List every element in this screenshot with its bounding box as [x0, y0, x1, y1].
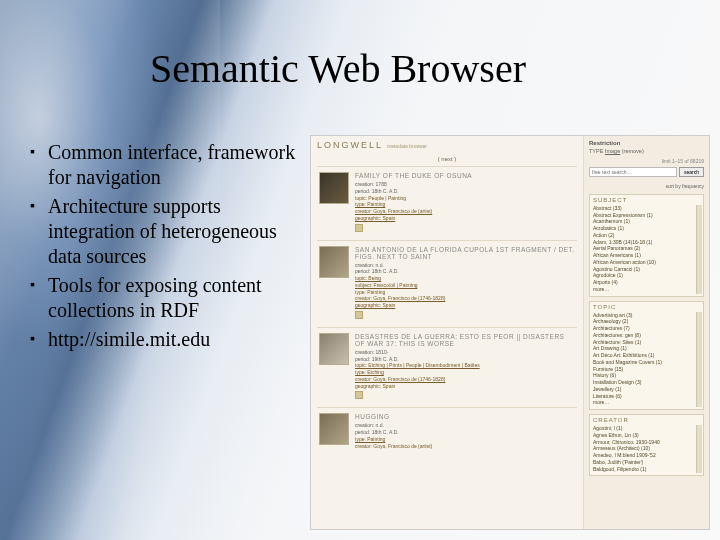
facet-item[interactable]: Adam, 1:30B (14)16-18 (1)	[593, 239, 700, 246]
record-title[interactable]: SAN ANTONIO DE LA FLORIDA CUPOLA 1ST FRA…	[355, 246, 575, 260]
facet-item[interactable]: Babo, Judith ('Painter')	[593, 459, 700, 466]
record-field: type: Painting	[355, 289, 575, 296]
thumbnail-image[interactable]	[319, 246, 349, 278]
record-field: type: Painting	[355, 436, 575, 443]
facet-item[interactable]: Action (2)	[593, 232, 700, 239]
type-value[interactable]: Image	[605, 148, 620, 154]
result-record: HUGGING creation: n.d. period: 18th C. A…	[317, 407, 577, 456]
facet-heading: TOPIC	[593, 304, 700, 310]
result-record: FAMILY OF THE DUKE OF OSUNA creation: 17…	[317, 166, 577, 240]
bullet-text: Tools for exposing content collections i…	[48, 273, 300, 323]
facet-item[interactable]: Amedeo, I M:blend 1909-'52	[593, 452, 700, 459]
record-field: topic: Etching | Prints | People | Disem…	[355, 362, 575, 369]
facet-item[interactable]: Literature (6)	[593, 393, 700, 400]
facet-item[interactable]: Acanthemum (1)	[593, 218, 700, 225]
app-subtitle: metadata browser	[387, 143, 427, 149]
scrollbar[interactable]	[696, 312, 702, 408]
record-field: type: Etching	[355, 369, 575, 376]
thumbnail-image[interactable]	[319, 413, 349, 445]
record-field: period: 18th C. A.D.	[355, 429, 575, 436]
scrollbar[interactable]	[696, 425, 702, 473]
facet-item[interactable]: African Americans (1)	[593, 252, 700, 259]
result-record: DESASTRES DE LA GUERRA: ESTO ES PEOR || …	[317, 327, 577, 408]
record-field: geographic: Spain	[355, 383, 575, 390]
color-chip-icon	[355, 391, 363, 399]
type-remove-link[interactable]: (remove)	[622, 148, 644, 154]
search-input[interactable]	[589, 167, 677, 177]
bullet-text: http://simile.mit.edu	[48, 327, 300, 352]
results-pane: LONGWELL metadata browser ( next ) FAMIL…	[311, 136, 584, 529]
bullet-text: Common interface, framework for navigati…	[48, 140, 300, 190]
facet-item[interactable]: Advertising art (3)	[593, 312, 700, 319]
record-field: creator: Goya, Francisco de (1746-1828)	[355, 376, 575, 383]
record-field: type: Painting	[355, 201, 575, 208]
search-button[interactable]: search	[679, 167, 704, 177]
record-field: period: 18th C. A.D.	[355, 188, 575, 195]
facet-panel-subject: SUBJECT Abstract (33) Abstract Expressio…	[589, 194, 704, 297]
thumbnail-image[interactable]	[319, 333, 349, 365]
restriction-heading: Restriction	[589, 140, 704, 146]
facet-item[interactable]: Agnes Ethun, Lin (3)	[593, 432, 700, 439]
bullet-list: ▪Common interface, framework for navigat…	[30, 140, 300, 356]
result-limit: limit 1–15 of 88219	[589, 158, 704, 164]
facet-item[interactable]: Architecture: Sites (1)	[593, 339, 700, 346]
facet-item[interactable]: Book and Magazine Covers (1)	[593, 359, 700, 366]
facet-item[interactable]: Jewellery (1)	[593, 386, 700, 393]
facet-item[interactable]: African American action (10)	[593, 259, 700, 266]
scrollbar[interactable]	[696, 205, 702, 294]
record-field: topic: Being	[355, 275, 575, 282]
facet-item[interactable]: Archaeology (2)	[593, 318, 700, 325]
facet-item[interactable]: Agostini, I (1)	[593, 425, 700, 432]
facet-heading: CREATOR	[593, 417, 700, 423]
color-chip-icon	[355, 224, 363, 232]
record-field: subject: Fresco/oil | Painting	[355, 282, 575, 289]
slide-title: Semantic Web Browser	[150, 45, 526, 92]
record-field: creation: 1788	[355, 181, 575, 188]
record-field: topic: People | Painting	[355, 195, 575, 202]
facet-item[interactable]: Art Déco Art: Exhibitions (1)	[593, 352, 700, 359]
bullet-text: Architecture supports integration of het…	[48, 194, 300, 269]
next-link[interactable]: ( next )	[317, 156, 577, 162]
facet-item[interactable]: Furniture (15)	[593, 366, 700, 373]
record-title[interactable]: HUGGING	[355, 413, 575, 420]
facet-item[interactable]: Baldgood, Filipendro (1)	[593, 466, 700, 473]
record-field: creation: n.d.	[355, 422, 575, 429]
record-title[interactable]: DESASTRES DE LA GUERRA: ESTO ES PEOR || …	[355, 333, 575, 347]
bullet-marker: ▪	[30, 140, 48, 190]
facet-item[interactable]: Abstract (33)	[593, 205, 700, 212]
facet-item[interactable]: Aerial Panoramas (2)	[593, 245, 700, 252]
facet-item[interactable]: Armour, Chironico: 1930-1940	[593, 439, 700, 446]
app-brand: LONGWELL	[317, 140, 383, 150]
facet-item[interactable]: Acrobatics (1)	[593, 225, 700, 232]
app-screenshot: LONGWELL metadata browser ( next ) FAMIL…	[310, 135, 710, 530]
facet-more-link[interactable]: more…	[593, 399, 700, 406]
record-field: geographic: Spain	[355, 302, 575, 309]
facet-item[interactable]: Armeseus (Architect) (10)	[593, 445, 700, 452]
facet-item[interactable]: History (6)	[593, 372, 700, 379]
record-field: creator: Goya, Francisco de (artist)	[355, 208, 575, 215]
facet-item[interactable]: Art Drawing (1)	[593, 345, 700, 352]
record-field: period: 18th C. A.D.	[355, 268, 575, 275]
facet-item[interactable]: Agrodolce (1)	[593, 272, 700, 279]
record-field: geographic: Spain	[355, 215, 575, 222]
facet-item[interactable]: Airports (4)	[593, 279, 700, 286]
facet-item[interactable]: Installation Design (3)	[593, 379, 700, 386]
sort-link[interactable]: sort by frequency	[589, 183, 704, 190]
record-field: creation: n.d.	[355, 262, 575, 269]
facet-item[interactable]: Abstract Expressionism (1)	[593, 212, 700, 219]
record-title[interactable]: FAMILY OF THE DUKE OF OSUNA	[355, 172, 575, 179]
facet-item[interactable]: Architectures (7)	[593, 325, 700, 332]
thumbnail-image[interactable]	[319, 172, 349, 204]
color-chip-icon	[355, 311, 363, 319]
record-field: creator: Goya, Francisco de (1746-1828)	[355, 295, 575, 302]
facet-panel-creator: CREATOR Agostini, I (1) Agnes Ethun, Lin…	[589, 414, 704, 476]
facet-item[interactable]: Agostino Carracci (1)	[593, 266, 700, 273]
facet-more-link[interactable]: more…	[593, 286, 700, 293]
facet-item[interactable]: Architectures: gen (8)	[593, 332, 700, 339]
bullet-marker: ▪	[30, 327, 48, 352]
record-field: creation: 1810-	[355, 349, 575, 356]
facets-pane: Restriction TYPE Image (remove) limit 1–…	[584, 136, 709, 529]
record-field: creator: Goya, Francisco de (artist)	[355, 443, 575, 450]
record-field: period: 19th C. A.D.	[355, 356, 575, 363]
type-label: TYPE	[589, 148, 603, 154]
